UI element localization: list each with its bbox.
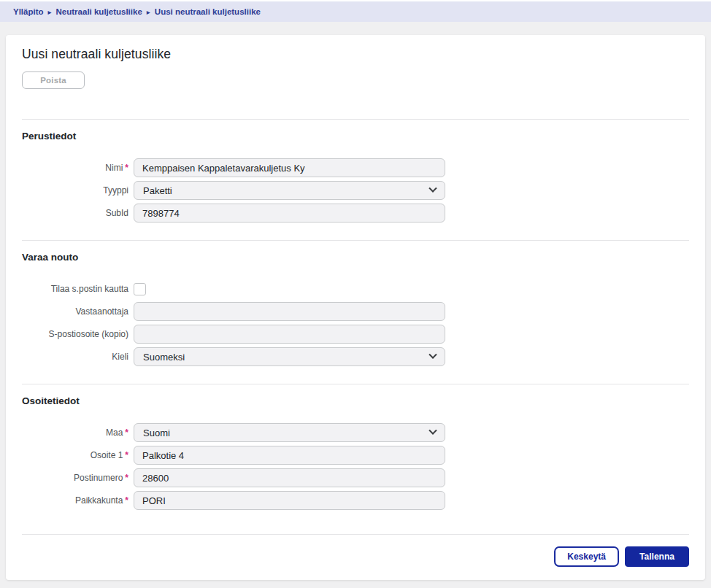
- field-label: Maa*: [22, 428, 134, 438]
- postinumero-input[interactable]: [134, 468, 445, 487]
- breadcrumb: Ylläpito▸Neutraali kuljetusliike▸Uusi ne…: [0, 1, 711, 22]
- field-label: Vastaanottaja: [22, 306, 134, 317]
- select-value: Paketti: [143, 185, 172, 196]
- field-control: Suomeksi: [134, 347, 445, 366]
- field-control: [134, 491, 445, 510]
- field-control: Suomi: [134, 423, 445, 442]
- breadcrumb-separator-icon: ▸: [147, 8, 150, 16]
- tyyppi-select[interactable]: Paketti: [134, 181, 445, 200]
- required-asterisk: *: [125, 428, 128, 438]
- tilaa-s-postin-kautta-checkbox[interactable]: [134, 283, 146, 295]
- field-label-text: S-postiosoite (kopio): [49, 329, 128, 339]
- field-control: [134, 302, 445, 321]
- field-control: [134, 283, 146, 295]
- field-control: [134, 468, 445, 487]
- chevron-down-icon: [428, 185, 437, 193]
- required-asterisk: *: [125, 473, 128, 483]
- form-row-kieli: KieliSuomeksi: [22, 347, 689, 366]
- field-label: Tyyppi: [22, 185, 134, 196]
- page-title: Uusi neutraali kuljetusliike: [22, 47, 689, 62]
- breadcrumb-separator-icon: ▸: [48, 8, 52, 16]
- field-label-text: Tilaa s.postin kautta: [51, 284, 128, 294]
- breadcrumb-item-neutraali-kuljetusliike[interactable]: Neutraali kuljetusliike: [56, 7, 142, 16]
- field-label: Paikkakunta*: [22, 495, 134, 506]
- subid-input[interactable]: [134, 204, 445, 223]
- section-osoitetiedot: OsoitetiedotMaa*SuomiOsoite 1*Postinumer…: [22, 384, 689, 527]
- section-title: Perustiedot: [22, 131, 689, 142]
- field-control: [134, 204, 445, 223]
- form-sections: PerustiedotNimi*TyyppiPakettiSubIdVaraa …: [22, 89, 689, 527]
- field-control: Paketti: [134, 181, 445, 200]
- form-row-osoite-1: Osoite 1*: [22, 446, 689, 465]
- vastaanottaja-input[interactable]: [134, 302, 445, 321]
- paikkakunta-input[interactable]: [134, 491, 445, 510]
- required-asterisk: *: [125, 450, 128, 460]
- field-label-text: Maa: [106, 428, 123, 438]
- section-title: Varaa nouto: [22, 252, 689, 263]
- form-row-tilaa-s-postin-kautta: Tilaa s.postin kautta: [22, 279, 689, 298]
- form-row-tyyppi: TyyppiPaketti: [22, 181, 689, 200]
- field-label: Postinumero*: [22, 473, 134, 483]
- save-button[interactable]: Tallenna: [625, 546, 689, 567]
- section-varaa-nouto: Varaa noutoTilaa s.postin kauttaVastaano…: [22, 240, 689, 384]
- form-row-paikkakunta: Paikkakunta*: [22, 491, 689, 510]
- kieli-select[interactable]: Suomeksi: [134, 347, 445, 366]
- form-row-s-postiosoite-kopio: S-postiosoite (kopio): [22, 325, 689, 344]
- field-label: Nimi*: [22, 163, 134, 173]
- field-label-text: Paikkakunta: [75, 495, 123, 506]
- field-label: S-postiosoite (kopio): [22, 329, 134, 339]
- field-label-text: Osoite 1: [91, 450, 123, 460]
- maa-select[interactable]: Suomi: [134, 423, 445, 442]
- field-label-text: SubId: [106, 208, 128, 218]
- chevron-down-icon: [428, 427, 437, 435]
- select-value: Suomeksi: [143, 352, 185, 363]
- section-title: Osoitetiedot: [22, 395, 689, 406]
- field-label-text: Postinumero: [74, 473, 123, 483]
- field-control: [134, 325, 445, 344]
- s-postiosoite-kopio-input[interactable]: [134, 325, 445, 344]
- required-asterisk: *: [125, 163, 128, 173]
- form-row-subid: SubId: [22, 204, 689, 223]
- field-label: Tilaa s.postin kautta: [22, 284, 134, 294]
- footer-actions: Keskeytä Tallenna: [22, 534, 689, 567]
- field-label-text: Nimi: [105, 163, 123, 173]
- form-row-maa: Maa*Suomi: [22, 423, 689, 442]
- nimi-input[interactable]: [134, 158, 445, 177]
- field-label-text: Vastaanottaja: [76, 306, 129, 317]
- chevron-down-icon: [428, 351, 437, 359]
- osoite-1-input[interactable]: [134, 446, 445, 465]
- select-value: Suomi: [143, 428, 170, 438]
- field-label: Kieli: [22, 352, 134, 362]
- form-row-postinumero: Postinumero*: [22, 468, 689, 487]
- section-perustiedot: PerustiedotNimi*TyyppiPakettiSubId: [22, 119, 689, 240]
- form-row-vastaanottaja: Vastaanottaja: [22, 302, 689, 321]
- cancel-button[interactable]: Keskeytä: [554, 546, 619, 567]
- required-asterisk: *: [125, 495, 128, 506]
- breadcrumb-item-yllapito[interactable]: Ylläpito: [13, 7, 44, 16]
- field-label: SubId: [22, 208, 134, 218]
- field-control: [134, 446, 445, 465]
- breadcrumb-item-uusi-neutraali-kuljetusliike: Uusi neutraali kuljetusliike: [155, 7, 261, 16]
- field-label: Osoite 1*: [22, 450, 134, 460]
- delete-button[interactable]: Poista: [22, 71, 85, 89]
- field-label-text: Kieli: [112, 352, 128, 362]
- form-row-nimi: Nimi*: [22, 158, 689, 177]
- form-card: Uusi neutraali kuljetusliike Poista Peru…: [6, 35, 705, 580]
- field-label-text: Tyyppi: [103, 185, 128, 196]
- field-control: [134, 158, 445, 177]
